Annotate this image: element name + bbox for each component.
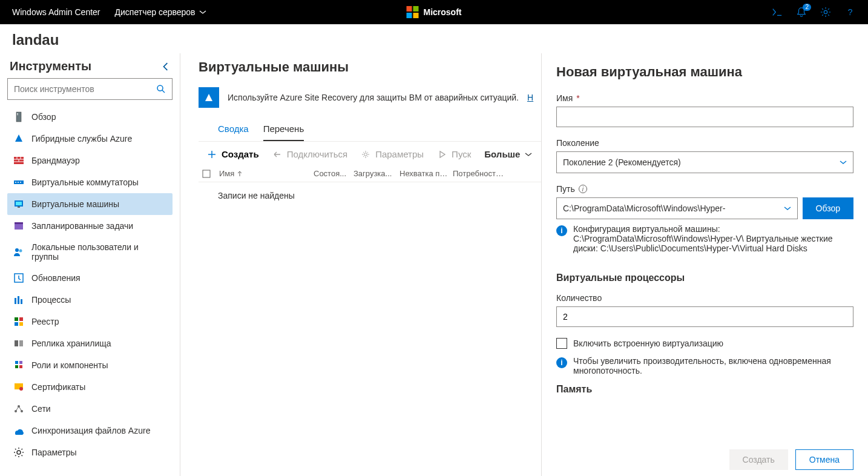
context-dropdown[interactable]: Диспетчер серверов [115, 7, 206, 17]
svg-point-38 [19, 387, 23, 391]
generation-select[interactable]: Поколение 2 (Рекомендуется) [556, 151, 853, 173]
tab-summary[interactable]: Сводка [218, 119, 249, 141]
updates-icon [13, 273, 24, 283]
settings-icon[interactable] [820, 6, 832, 18]
required-indicator: * [576, 93, 579, 103]
sidebar-item-scheduled[interactable]: Запланированные задачи [7, 215, 173, 237]
sidebar-item-roles[interactable]: Роли и компоненты [7, 354, 173, 376]
svg-rect-5 [17, 114, 18, 115]
tools-search[interactable] [7, 78, 173, 100]
azure-icon [13, 133, 24, 144]
browse-button[interactable]: Обзор [803, 197, 853, 219]
name-label: Имя [556, 93, 573, 103]
new-vm-flyout: Новая виртуальная машина Имя* Поколение … [541, 53, 868, 476]
sidebar-item-azure-hybrid[interactable]: Гибридные службы Azure [7, 128, 173, 150]
roles-icon [13, 360, 24, 371]
sidebar-item-storage-replica[interactable]: Реплика хранилища [7, 332, 173, 354]
cmd-connect: Подключиться [272, 149, 347, 159]
sidebar-item-processes[interactable]: Процессы [7, 289, 173, 311]
sidebar-item-vm[interactable]: Виртуальные машины [7, 193, 173, 215]
vm-name-input[interactable] [556, 107, 853, 127]
svg-point-21 [15, 248, 19, 252]
sidebar-item-label: Запланированные задачи [31, 221, 133, 231]
console-icon[interactable] [771, 6, 783, 18]
svg-rect-4 [17, 113, 18, 114]
path-value: C:\ProgramData\Microsoft\Windows\Hyper- [563, 203, 725, 213]
tools-sidebar: Инструменты Обзор Гибридные службы Azure… [0, 53, 180, 476]
collapse-sidebar-icon[interactable] [162, 62, 170, 71]
svg-rect-30 [19, 322, 23, 326]
azure-banner-link[interactable]: Н [527, 93, 533, 102]
sidebar-item-label: Роли и компоненты [31, 360, 108, 370]
sidebar-item-azure-file-sync[interactable]: Синхронизация файлов Azure [7, 420, 173, 441]
col-load[interactable]: Загрузка... [353, 169, 396, 178]
help-icon[interactable]: ? [844, 6, 856, 18]
col-state[interactable]: Состоя... [314, 169, 350, 178]
command-bar: Создать Подключиться Параметры Пуск Боль… [199, 142, 541, 165]
generation-value: Поколение 2 (Рекомендуется) [563, 157, 681, 167]
firewall-icon [13, 155, 24, 166]
notification-badge: 2 [803, 4, 811, 11]
svg-rect-26 [21, 299, 22, 304]
svg-point-2 [157, 85, 163, 91]
svg-rect-31 [15, 340, 18, 346]
cmd-more[interactable]: Больше [484, 149, 532, 159]
sidebar-item-label: Обновления [31, 273, 81, 283]
path-info-text: Конфигурация виртуальной машины: C:\Prog… [573, 224, 853, 253]
notifications-icon[interactable]: 2 [795, 6, 807, 18]
sidebar-item-vswitch[interactable]: Виртуальные коммутаторы [7, 171, 173, 193]
path-label: Путь [556, 184, 575, 194]
search-icon[interactable] [153, 84, 169, 94]
sidebar-item-users[interactable]: Локальные пользователи и группы [7, 237, 173, 267]
col-memneed[interactable]: Потребность в па... [453, 169, 507, 178]
svg-point-43 [364, 153, 367, 156]
cmd-label: Больше [484, 149, 520, 159]
play-icon [437, 150, 447, 159]
sidebar-item-label: Процессы [31, 295, 71, 305]
registry-icon [13, 316, 24, 327]
svg-rect-33 [15, 361, 18, 364]
sidebar-item-label: Обзор [31, 112, 56, 122]
calendar-icon [13, 220, 24, 231]
sidebar-item-label: Гибридные службы Azure [31, 134, 132, 144]
svg-rect-28 [19, 317, 23, 321]
flyout-cancel-button[interactable]: Отмена [795, 449, 853, 470]
info-badge-icon: i [556, 357, 567, 368]
plus-icon [207, 150, 217, 159]
azure-banner-text: Используйте Azure Site Recovery для защи… [228, 93, 519, 102]
sidebar-item-networks[interactable]: Сети [7, 398, 173, 420]
col-memshort[interactable]: Нехватка па... [399, 169, 449, 178]
sidebar-item-firewall[interactable]: Брандмауэр [7, 150, 173, 171]
sidebar-item-label: Виртуальные машины [31, 199, 119, 209]
flyout-create-button: Создать [729, 449, 788, 470]
svg-text:?: ? [847, 7, 852, 17]
path-select[interactable]: C:\ProgramData\Microsoft\Windows\Hyper- [556, 197, 798, 219]
sidebar-item-registry[interactable]: Реестр [7, 311, 173, 332]
cmd-create-label: Создать [222, 149, 259, 159]
vproc-count-input[interactable] [556, 306, 853, 327]
vm-panel: Виртуальные машины Используйте Azure Sit… [180, 53, 541, 476]
sidebar-item-certificates[interactable]: Сертификаты [7, 376, 173, 398]
tools-search-input[interactable] [14, 84, 153, 94]
cmd-start: Пуск [437, 149, 471, 159]
info-icon[interactable]: i [579, 185, 587, 193]
sidebar-item-settings[interactable]: Параметры [7, 441, 173, 463]
sidebar-item-label: Реестр [31, 317, 59, 326]
nested-virt-checkbox[interactable] [556, 338, 567, 349]
svg-point-0 [824, 10, 827, 13]
cmd-create[interactable]: Создать [207, 149, 259, 159]
gear-icon [361, 150, 370, 159]
empty-message: Записи не найдены [199, 182, 541, 200]
app-name[interactable]: Windows Admin Center [12, 7, 100, 17]
svg-rect-35 [15, 365, 18, 368]
sidebar-item-overview[interactable]: Обзор [7, 106, 173, 128]
cmd-label: Параметры [375, 149, 424, 159]
tab-inventory[interactable]: Перечень [263, 119, 304, 141]
sidebar-item-updates[interactable]: Обновления [7, 267, 173, 289]
select-all-checkbox[interactable] [202, 170, 215, 178]
svg-point-15 [20, 182, 21, 183]
svg-rect-36 [19, 365, 22, 368]
col-name[interactable]: Имя [219, 169, 310, 178]
sidebar-item-label: Параметры [31, 448, 77, 457]
flyout-footer: Создать Отмена [542, 443, 868, 476]
